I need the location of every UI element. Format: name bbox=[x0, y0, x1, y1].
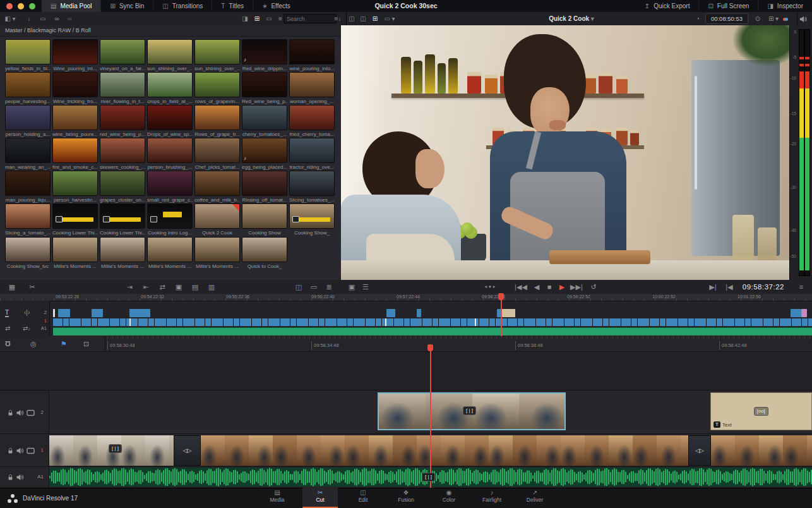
mini-playhead[interactable] bbox=[501, 294, 502, 336]
ripple-overwrite-icon[interactable]: ⇄ bbox=[157, 280, 168, 294]
media-clip[interactable]: crops_in_field_at_... bbox=[147, 72, 193, 104]
next-edit-button[interactable]: ▶| bbox=[707, 280, 719, 294]
source-overwrite-icon[interactable]: ▥ bbox=[206, 280, 217, 294]
import-folder-icon[interactable]: ▭ bbox=[38, 12, 48, 25]
loop-button[interactable]: ↺ bbox=[588, 280, 599, 294]
mini-track-label[interactable]: A1 bbox=[3, 325, 47, 331]
lock-icon[interactable] bbox=[6, 474, 15, 481]
maximize-window-button[interactable] bbox=[29, 3, 35, 9]
timeline-resolution-icon[interactable]: ▦ bbox=[4, 280, 20, 294]
audio-mute-icon[interactable] bbox=[797, 12, 810, 25]
flag-icon[interactable]: ⚑ bbox=[61, 336, 67, 351]
media-clip[interactable]: rows_of_grapevin... bbox=[194, 72, 240, 104]
breadcrumb[interactable]: Master / Blackmagic RAW / B Roll bbox=[0, 25, 341, 37]
mini-timeline-clip[interactable] bbox=[801, 309, 807, 317]
media-clip[interactable]: grapes_cluster_on... bbox=[100, 171, 145, 203]
mini-timeline-clip[interactable] bbox=[92, 309, 103, 317]
tab-sync-bin[interactable]: ⊞Sync Bin bbox=[101, 0, 153, 12]
media-clip[interactable]: Cooking Intro Log... bbox=[147, 203, 193, 236]
camera-icon[interactable]: ⊙ bbox=[753, 12, 763, 25]
media-clip[interactable]: Quick to Cook_ bbox=[242, 237, 287, 269]
tools-toggle-icon[interactable]: ▣ bbox=[346, 280, 357, 294]
media-clip[interactable]: person_brushing_... bbox=[147, 138, 193, 170]
media-clip[interactable]: fried_cherry_toma... bbox=[289, 105, 335, 137]
color-controls-icon[interactable] bbox=[780, 12, 791, 25]
snapping-magnet-icon[interactable]: Ω bbox=[5, 336, 11, 351]
relink-icon[interactable]: ∞ bbox=[52, 12, 62, 25]
strip-view-icon[interactable]: ▭ bbox=[264, 12, 274, 25]
timeline-option-icon-2[interactable]: ▭ bbox=[308, 280, 319, 294]
full-screen-button[interactable]: ⊡Full Screen bbox=[699, 0, 758, 12]
media-clip[interactable]: coffee_and_milk_b... bbox=[194, 171, 240, 203]
transition-clip[interactable]: ◁▷ bbox=[688, 435, 711, 466]
track-number[interactable]: A1 bbox=[37, 474, 44, 480]
tab-transitions[interactable]: ◫Transitions bbox=[153, 0, 212, 12]
media-clip[interactable]: man_wearing_an_... bbox=[5, 138, 51, 170]
media-clip[interactable]: tractor_riding_ove... bbox=[289, 138, 335, 170]
timeline-selector-dropdown[interactable]: Quick 2 Cook ▾ bbox=[543, 12, 600, 25]
mini-timeline-clip[interactable] bbox=[501, 309, 515, 317]
timeline-option-icon-1[interactable]: ◫ bbox=[293, 280, 304, 294]
adjust-controls-icon[interactable]: ☰ bbox=[360, 280, 371, 294]
mini-timeline-clip[interactable] bbox=[129, 309, 150, 317]
media-clip[interactable]: Red_wine_being_p... bbox=[242, 72, 287, 104]
metadata-view-icon[interactable]: ◨ bbox=[240, 12, 250, 25]
media-clip[interactable]: Millie's Moments ... bbox=[52, 237, 98, 269]
close-up-icon[interactable]: ▣ bbox=[173, 280, 184, 294]
media-clip[interactable]: wine_being_poure... bbox=[52, 105, 98, 137]
transition-clip[interactable]: ◁▷ bbox=[174, 435, 201, 466]
close-window-button[interactable] bbox=[6, 3, 13, 9]
media-clip[interactable]: Cooking Lower Thi... bbox=[100, 203, 145, 236]
title-clip[interactable]: TText[oo] bbox=[710, 392, 812, 430]
in-out-marks[interactable]: ◂ ● ▸ bbox=[477, 280, 503, 294]
media-clip[interactable]: people_harvesting... bbox=[5, 72, 51, 104]
media-clip[interactable]: ♪Red_wine_drippin... bbox=[242, 39, 287, 71]
go-to-end-button[interactable]: ▶▶| bbox=[570, 280, 583, 294]
sort-icon[interactable]: ≡↓ bbox=[333, 12, 343, 25]
media-clip[interactable]: person_harvestin... bbox=[52, 171, 98, 203]
media-clip[interactable]: yellow_fields_in_bl... bbox=[5, 39, 51, 71]
mini-timeline-ruler[interactable]: 09:53:22:2809:54:22:3209:55:22:3609:56:2… bbox=[0, 294, 812, 301]
import-media-icon[interactable]: ↓ bbox=[24, 12, 34, 25]
media-clip[interactable]: Cooking Show_tvc bbox=[5, 237, 51, 269]
marker-icon[interactable]: ◎ bbox=[30, 336, 37, 351]
source-tape-view-icon[interactable]: ◫ bbox=[358, 12, 368, 25]
mini-timeline-clip[interactable] bbox=[53, 309, 55, 317]
prev-edit-button[interactable]: |◀ bbox=[724, 280, 735, 294]
timeline-view-icon[interactable]: ⊞ bbox=[370, 12, 380, 25]
minimize-window-button[interactable] bbox=[18, 3, 24, 9]
place-on-top-icon[interactable]: ▤ bbox=[189, 280, 201, 294]
page-edit[interactable]: ◫Edit bbox=[345, 488, 381, 508]
spk-icon[interactable] bbox=[16, 474, 25, 481]
media-clip[interactable]: ♪egg_being_placed... bbox=[242, 138, 287, 170]
multicam-dropdown[interactable]: ⊞ ▾ bbox=[765, 12, 782, 25]
media-clip[interactable]: skewers_cooking_... bbox=[100, 138, 145, 170]
mini-timeline[interactable]: 09:53:22:2809:54:22:3209:55:22:3609:56:2… bbox=[0, 294, 812, 336]
media-clip[interactable]: Rows_of_grape_tr... bbox=[194, 105, 240, 137]
page-fusion[interactable]: ❖Fusion bbox=[388, 488, 424, 508]
mini-timeline-clip[interactable] bbox=[791, 309, 801, 317]
lock-icon[interactable] bbox=[6, 409, 15, 416]
media-clip[interactable]: person_holding_a... bbox=[5, 105, 51, 137]
viewer[interactable] bbox=[341, 25, 789, 280]
timeline-track-A1[interactable]: A1[ | ] bbox=[0, 466, 812, 487]
media-clip[interactable]: Wine_pouring_int... bbox=[52, 39, 98, 71]
timeline[interactable]: Ω ◎ ⚑ ⊡ 09:58:30:4809:58:34:4809:58:38:4… bbox=[0, 336, 812, 488]
media-clip[interactable]: Quick 2 Cook bbox=[194, 203, 240, 236]
step-back-button[interactable]: ◀ bbox=[532, 280, 542, 294]
link-icon[interactable]: ∞ bbox=[64, 12, 75, 25]
inspector-button[interactable]: ◨Inspector bbox=[758, 0, 812, 12]
tab-titles[interactable]: TTitles bbox=[212, 0, 253, 12]
search-input[interactable] bbox=[284, 14, 337, 23]
media-clip[interactable]: fire_and_smoke_c... bbox=[52, 138, 98, 170]
timeline-menu-icon[interactable]: ≡ bbox=[796, 280, 807, 294]
tab-effects[interactable]: ∗Effects bbox=[253, 0, 299, 12]
video-clip-filmstrip[interactable] bbox=[201, 435, 688, 466]
playhead-pin[interactable] bbox=[427, 344, 433, 351]
media-clip[interactable]: red_wine_being_p... bbox=[100, 105, 145, 137]
media-clip[interactable]: Cooking Show bbox=[242, 203, 287, 236]
page-fairlight[interactable]: ♪Fairlight bbox=[474, 488, 510, 508]
media-clip[interactable]: Cooking Show_ bbox=[289, 203, 335, 236]
mini-timeline-clip[interactable] bbox=[58, 309, 70, 317]
spk-icon[interactable] bbox=[16, 447, 25, 454]
